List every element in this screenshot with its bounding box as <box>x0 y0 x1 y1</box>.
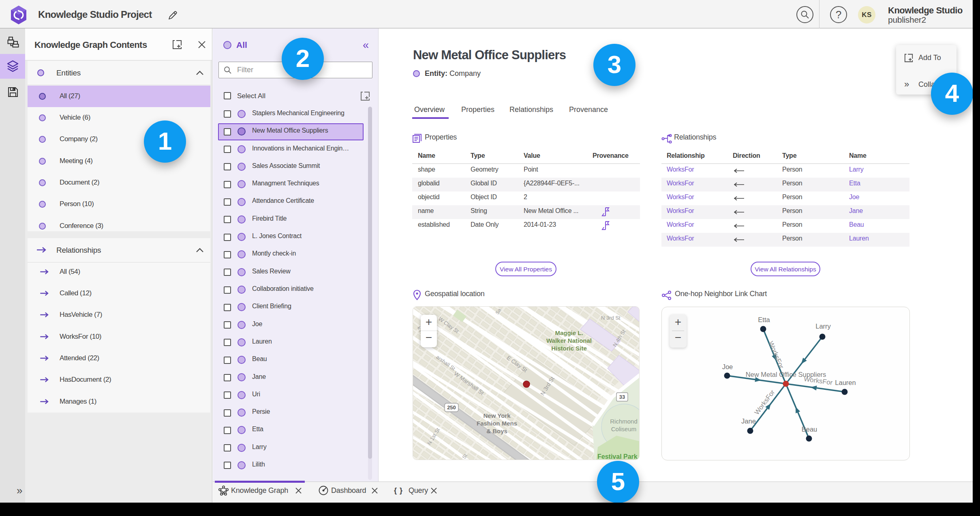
svg-text:WorksFor: WorksFor <box>767 340 785 370</box>
svg-text:Beau: Beau <box>802 426 817 433</box>
svg-text:Larry: Larry <box>815 322 831 330</box>
svg-text:250: 250 <box>447 404 456 411</box>
svg-text:N 3rd St: N 3rd St <box>601 315 621 321</box>
svg-text:33: 33 <box>619 394 625 400</box>
svg-text:WorksFor: WorksFor <box>803 375 833 386</box>
svg-text:Jane: Jane <box>741 417 756 425</box>
svg-text:Lauren: Lauren <box>835 379 856 386</box>
svg-text:Etta: Etta <box>758 316 770 323</box>
svg-text:Joe: Joe <box>722 363 733 370</box>
svg-text:Festival Park: Festival Park <box>597 453 638 460</box>
